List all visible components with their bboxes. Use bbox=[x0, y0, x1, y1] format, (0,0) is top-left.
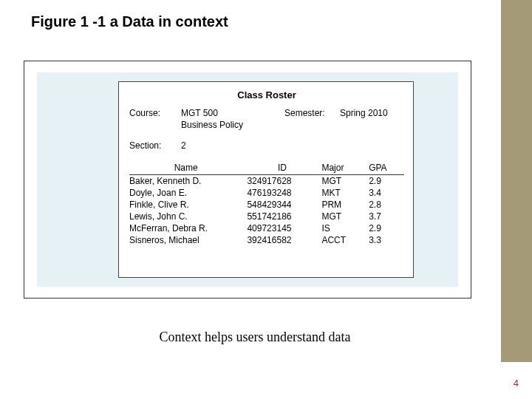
cell-id: 392416582 bbox=[247, 234, 321, 246]
cell-name: Finkle, Clive R. bbox=[129, 199, 247, 211]
cell-major: MGT bbox=[321, 175, 369, 188]
semester-label: Semester: bbox=[284, 108, 340, 118]
cell-gpa: 3.3 bbox=[369, 234, 404, 246]
cell-id: 324917628 bbox=[247, 175, 321, 188]
cell-name: Baker, Kenneth D. bbox=[129, 175, 247, 188]
cell-gpa: 3.7 bbox=[369, 211, 404, 222]
table-row: Baker, Kenneth D. 324917628 MGT 2.9 bbox=[129, 175, 404, 188]
page-number: 4 bbox=[514, 378, 519, 389]
class-roster-card: Class Roster Course: MGT 500 Semester: S… bbox=[118, 81, 414, 278]
table-row: Sisneros, Michael 392416582 ACCT 3.3 bbox=[129, 234, 404, 246]
cell-name: Doyle, Joan E. bbox=[129, 187, 247, 199]
figure-title: Figure 1 -1 a Data in context bbox=[31, 13, 228, 30]
section-value: 2 bbox=[181, 140, 284, 151]
cell-major: IS bbox=[321, 222, 369, 234]
cell-id: 476193248 bbox=[247, 187, 321, 199]
col-id: ID bbox=[247, 163, 321, 175]
cell-major: MGT bbox=[321, 211, 369, 222]
col-major: Major bbox=[321, 163, 369, 175]
cell-id: 548429344 bbox=[247, 199, 321, 211]
cell-major: MKT bbox=[321, 187, 369, 199]
cell-id: 551742186 bbox=[247, 211, 321, 222]
roster-coursename-row: Business Policy bbox=[129, 120, 404, 130]
roster-section-row: Section: 2 bbox=[129, 140, 404, 151]
table-header-row: Name ID Major GPA bbox=[129, 163, 404, 175]
cell-name: McFerran, Debra R. bbox=[129, 222, 247, 234]
col-gpa: GPA bbox=[369, 163, 404, 175]
course-label: Course: bbox=[129, 108, 181, 118]
semester-value: Spring 2010 bbox=[340, 108, 404, 118]
slide: Figure 1 -1 a Data in context Class Rost… bbox=[0, 0, 532, 399]
table-row: Finkle, Clive R. 548429344 PRM 2.8 bbox=[129, 199, 404, 211]
cell-gpa: 2.9 bbox=[369, 222, 404, 234]
table-row: Doyle, Joan E. 476193248 MKT 3.4 bbox=[129, 187, 404, 199]
col-name: Name bbox=[129, 163, 247, 175]
cell-major: PRM bbox=[321, 199, 369, 211]
figure-caption: Context helps users understand data bbox=[0, 330, 510, 345]
cell-name: Sisneros, Michael bbox=[129, 234, 247, 246]
cell-name: Lewis, John C. bbox=[129, 211, 247, 222]
cell-gpa: 2.9 bbox=[369, 175, 404, 188]
roster-course-row: Course: MGT 500 Semester: Spring 2010 bbox=[129, 108, 404, 118]
course-code: MGT 500 bbox=[181, 108, 284, 118]
cell-id: 409723145 bbox=[247, 222, 321, 234]
course-name: Business Policy bbox=[181, 120, 284, 130]
cell-major: ACCT bbox=[321, 234, 369, 246]
section-label: Section: bbox=[129, 140, 181, 151]
cell-gpa: 3.4 bbox=[369, 187, 404, 199]
table-row: McFerran, Debra R. 409723145 IS 2.9 bbox=[129, 222, 404, 234]
decorative-sidebar bbox=[501, 0, 532, 362]
table-row: Lewis, John C. 551742186 MGT 3.7 bbox=[129, 211, 404, 222]
cell-gpa: 2.8 bbox=[369, 199, 404, 211]
roster-heading: Class Roster bbox=[129, 89, 404, 100]
roster-table: Name ID Major GPA Baker, Kenneth D. 3249… bbox=[129, 163, 404, 246]
